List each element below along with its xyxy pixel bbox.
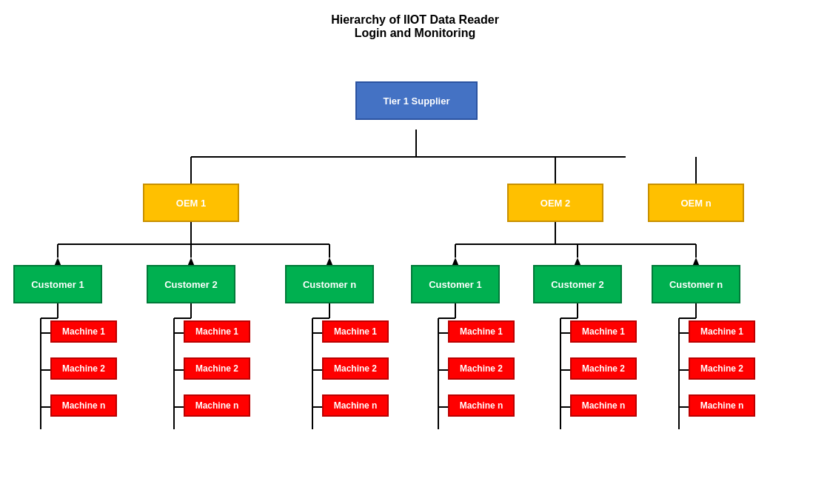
- connector-lines: [0, 0, 830, 504]
- customern-oem2-node: Customer n: [652, 265, 740, 303]
- oem1-node: OEM 1: [143, 184, 239, 222]
- title-line2: Login and Monitoring: [331, 27, 499, 40]
- machinen-cnoem2: Machine n: [689, 394, 755, 417]
- title-area: Hierarchy of IIOT Data Reader Login and …: [331, 13, 499, 40]
- machine1-cnoem1: Machine 1: [322, 320, 389, 343]
- customer2-oem2-node: Customer 2: [533, 265, 622, 303]
- machine1-c1oem2: Machine 1: [448, 320, 515, 343]
- customern-oem1-node: Customer n: [285, 265, 374, 303]
- title-line1: Hierarchy of IIOT Data Reader: [331, 13, 499, 27]
- machinen-c2oem2: Machine n: [570, 394, 637, 417]
- diagram-container: Hierarchy of IIOT Data Reader Login and …: [0, 0, 830, 504]
- machine1-c1oem1: Machine 1: [50, 320, 117, 343]
- tier1-supplier-node: Tier 1 Supplier: [355, 81, 478, 120]
- customer1-oem1-node: Customer 1: [13, 265, 102, 303]
- oemn-node: OEM n: [648, 184, 744, 222]
- customer1-oem2-node: Customer 1: [411, 265, 500, 303]
- machinen-c1oem1: Machine n: [50, 394, 117, 417]
- machine2-c2oem1: Machine 2: [184, 357, 250, 380]
- machine2-c1oem1: Machine 2: [50, 357, 117, 380]
- machine2-c1oem2: Machine 2: [448, 357, 515, 380]
- machine1-cnoem2: Machine 1: [689, 320, 755, 343]
- machine2-cnoem2: Machine 2: [689, 357, 755, 380]
- machine1-c2oem2: Machine 1: [570, 320, 637, 343]
- customer2-oem1-node: Customer 2: [147, 265, 235, 303]
- machinen-cnoem1: Machine n: [322, 394, 389, 417]
- machinen-c2oem1: Machine n: [184, 394, 250, 417]
- machine2-c2oem2: Machine 2: [570, 357, 637, 380]
- machinen-c1oem2: Machine n: [448, 394, 515, 417]
- machine1-c2oem1: Machine 1: [184, 320, 250, 343]
- oem2-node: OEM 2: [507, 184, 603, 222]
- machine2-cnoem1: Machine 2: [322, 357, 389, 380]
